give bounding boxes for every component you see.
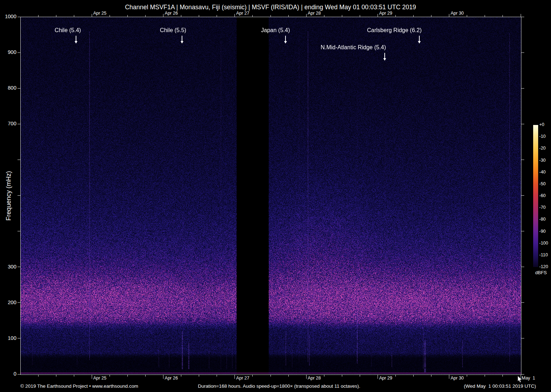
x-tick-bottom — [252, 375, 253, 377]
y-tick-label: 0 — [1, 371, 16, 377]
y-tick-right — [521, 338, 524, 338]
x-tick-top — [324, 15, 324, 17]
x-tick-bottom — [56, 375, 56, 377]
y-tick-right — [521, 302, 524, 303]
x-tick-top — [56, 15, 56, 17]
x-tick-bottom — [110, 375, 110, 377]
x-tick-top — [252, 15, 253, 17]
x-tick-bottom — [306, 375, 307, 379]
earthquake-label: Japan (5.4) — [261, 27, 290, 34]
x-tick-label-top: Apr 26 — [165, 11, 178, 16]
x-tick-bottom — [502, 375, 503, 377]
x-tick-bottom — [74, 375, 74, 377]
x-tick-label-bottom: Apr 25 — [93, 376, 106, 381]
y-tick-label: 300 — [1, 264, 16, 270]
x-tick-label-top: Apr 29 — [379, 11, 392, 16]
x-tick-top — [306, 14, 307, 17]
x-tick-top — [521, 14, 521, 17]
x-tick-top — [92, 14, 92, 17]
x-tick-bottom — [413, 375, 414, 377]
y-tick-right — [521, 231, 524, 231]
y-tick-label: 200 — [1, 300, 16, 305]
footer-timestamp: (Wed May 1 00:03:51 2019 UTC) — [464, 383, 536, 389]
colorbar-tick-label: -30 — [539, 158, 546, 163]
x-tick-label-bottom: Apr 30 — [451, 376, 464, 381]
y-tick-right — [521, 52, 524, 53]
y-tick-left — [17, 52, 20, 53]
x-tick-bottom — [271, 375, 271, 377]
x-tick-top — [74, 15, 74, 17]
y-tick-right — [521, 160, 524, 160]
x-tick-bottom — [342, 375, 342, 377]
colorbar-tick-label: -120 — [539, 264, 548, 269]
colorbar-tick-label: -10 — [539, 134, 546, 139]
colorbar-tick-label: -60 — [539, 193, 546, 198]
page-title: Channel MSVF1A | Monasavu, Fiji (seismic… — [20, 4, 521, 11]
footer-duration: Duration=168 hours. Audio speed-up=1800×… — [198, 383, 360, 389]
x-tick-top — [413, 15, 414, 17]
earthquake-label: Carlsberg Ridge (6.2) — [367, 27, 422, 34]
y-tick-right — [521, 374, 524, 375]
x-tick-bottom — [378, 375, 378, 379]
y-axis-title: Frequency (mHz) — [5, 164, 12, 228]
x-tick-bottom — [38, 375, 39, 377]
x-tick-top — [449, 14, 449, 17]
down-arrow-icon — [75, 36, 77, 44]
colorbar-tick-label: -110 — [539, 252, 548, 257]
earthquake-label: Chile (5.5) — [160, 27, 186, 34]
colorbar-tick-label: -80 — [539, 217, 546, 222]
colorbar-unit-label: dBFS — [534, 270, 548, 275]
y-tick-right — [521, 17, 524, 17]
spectrogram-figure: Channel MSVF1A | Monasavu, Fiji (seismic… — [0, 0, 551, 392]
x-tick-bottom — [92, 375, 92, 379]
down-arrow-icon — [181, 36, 183, 44]
x-tick-bottom — [145, 375, 146, 377]
y-tick-left — [17, 17, 20, 17]
y-tick-right — [521, 88, 524, 89]
x-tick-bottom — [288, 375, 289, 377]
x-tick-top — [110, 15, 110, 17]
x-tick-label-bottom: Apr 28 — [308, 376, 321, 381]
x-tick-top — [199, 15, 199, 17]
x-tick-bottom — [467, 375, 467, 377]
x-tick-top — [342, 15, 342, 17]
footer-copyright: © 2019 The Earthsound Project • www.eart… — [20, 383, 138, 389]
x-tick-bottom — [324, 375, 324, 377]
x-tick-top — [288, 15, 289, 17]
colorbar-tick-label: -20 — [539, 146, 546, 151]
earthquake-label: Chile (5.4) — [55, 27, 81, 34]
y-tick-label: 900 — [1, 49, 16, 55]
spectrogram-canvas — [21, 17, 521, 375]
x-tick-label-bottom: Apr 27 — [236, 376, 249, 381]
x-tick-top — [145, 15, 146, 17]
colorbar-tick-label: -50 — [539, 181, 546, 186]
x-tick-top — [360, 15, 360, 17]
y-tick-left — [17, 160, 20, 160]
down-arrow-icon — [383, 53, 386, 61]
y-tick-left — [17, 267, 20, 267]
x-tick-label-bottom: Apr 29 — [379, 376, 392, 381]
x-tick-bottom — [163, 375, 163, 379]
x-tick-top — [271, 15, 271, 17]
x-tick-top — [163, 14, 163, 17]
x-tick-bottom — [181, 375, 181, 377]
y-tick-right — [521, 267, 524, 267]
y-tick-left — [17, 88, 20, 89]
x-tick-top — [127, 15, 128, 17]
y-tick-label: 1000 — [1, 14, 16, 19]
x-tick-label-top: Apr 27 — [236, 11, 249, 16]
x-tick-bottom — [395, 375, 396, 377]
plot-area — [20, 17, 521, 375]
down-arrow-icon — [284, 36, 287, 44]
x-tick-top — [38, 15, 39, 17]
y-tick-left — [17, 195, 20, 196]
x-tick-bottom — [217, 375, 217, 377]
x-tick-top — [217, 15, 217, 17]
x-tick-bottom — [127, 375, 128, 377]
mouse-cursor — [517, 376, 522, 383]
x-tick-top — [378, 14, 378, 17]
y-tick-right — [521, 195, 524, 196]
x-tick-bottom — [431, 375, 431, 377]
colorbar-tick-label: -90 — [539, 229, 546, 234]
x-tick-bottom — [485, 375, 485, 377]
